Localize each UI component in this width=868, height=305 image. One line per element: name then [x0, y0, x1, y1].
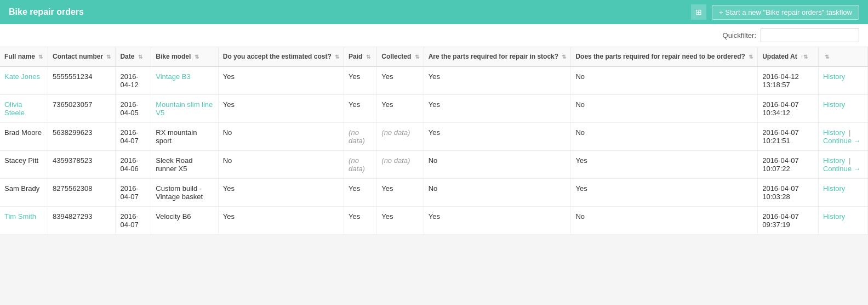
cell-accept-cost: Yes: [218, 66, 344, 95]
history-link[interactable]: History: [823, 72, 845, 81]
cell-updated-at: 2016-04-12 13:18:57: [758, 66, 819, 95]
cell-full-name: Stacey Pitt: [0, 151, 48, 179]
col-paid[interactable]: Paid ⇅: [344, 47, 377, 66]
cell-actions: History: [818, 179, 867, 207]
table-row: Stacey Pitt43593785232016-04-06Sleek Roa…: [0, 151, 868, 179]
toolbar: Quickfilter:: [0, 24, 868, 47]
cell-date: 2016-04-07: [116, 207, 151, 235]
grid-view-button[interactable]: ⊞: [691, 4, 706, 20]
cell-date: 2016-04-12: [116, 66, 151, 95]
cell-updated-at: 2016-04-07 09:37:19: [758, 207, 819, 235]
cell-bike-model: RX mountain sport: [151, 123, 218, 151]
continue-link[interactable]: Continue →: [823, 165, 861, 173]
bike-model-link[interactable]: Mountain slim line V5: [156, 100, 213, 117]
history-link[interactable]: History: [823, 128, 845, 137]
sort-icon-accept-cost: ⇅: [335, 54, 339, 60]
header-actions: ⊞ + Start a new "Bike repair orders" tas…: [691, 4, 859, 20]
cell-parts-ordered: No: [571, 66, 758, 95]
col-bike-model[interactable]: Bike model ⇅: [151, 47, 218, 66]
history-link[interactable]: History: [823, 212, 845, 221]
full-name-link[interactable]: Tim Smith: [4, 212, 36, 221]
cell-accept-cost: Yes: [218, 179, 344, 207]
cell-full-name: Tim Smith: [0, 207, 48, 235]
cell-full-name: Sam Brady: [0, 179, 48, 207]
cell-paid: Yes: [344, 95, 377, 123]
sort-icon-parts-in-stock: ⇅: [562, 54, 566, 60]
cell-bike-model: Custom build - Vintage basket: [151, 179, 218, 207]
sort-icon-bike-model: ⇅: [195, 54, 199, 60]
action-separator: |: [847, 156, 850, 165]
sort-icon-parts-ordered: ⇅: [749, 54, 753, 60]
cell-updated-at: 2016-04-07 10:03:28: [758, 179, 819, 207]
cell-parts-ordered: Yes: [571, 151, 758, 179]
sort-icon-actions: ⇅: [825, 54, 829, 60]
col-full-name[interactable]: Full name ⇅: [0, 47, 48, 66]
sort-icon-collected: ⇅: [415, 54, 419, 60]
data-table: Full name ⇅ Contact number ⇅ Date ⇅ Bike…: [0, 47, 868, 235]
col-parts-ordered[interactable]: Does the parts required for repair need …: [571, 47, 758, 66]
cell-collected: Yes: [377, 66, 424, 95]
cell-collected: Yes: [377, 207, 424, 235]
action-separator: |: [847, 128, 850, 137]
cell-parts-ordered: Yes: [571, 179, 758, 207]
col-updated-at[interactable]: Updated At ↑⇅: [758, 47, 819, 66]
cell-full-name: Kate Jones: [0, 66, 48, 95]
cell-accept-cost: No: [218, 151, 344, 179]
sort-icon-updated-at: ↑⇅: [801, 54, 808, 60]
cell-parts-in-stock: No: [424, 179, 571, 207]
col-collected[interactable]: Collected ⇅: [377, 47, 424, 66]
table-header-row: Full name ⇅ Contact number ⇅ Date ⇅ Bike…: [0, 47, 868, 66]
cell-actions: History: [818, 95, 867, 123]
sort-icon-date: ⇅: [138, 54, 142, 60]
col-actions: ⇅: [818, 47, 867, 66]
cell-full-name: Olivia Steele: [0, 95, 48, 123]
cell-paid: (no data): [344, 123, 377, 151]
data-table-container: Full name ⇅ Contact number ⇅ Date ⇅ Bike…: [0, 47, 868, 235]
quickfilter-input[interactable]: [761, 29, 859, 42]
history-link[interactable]: History: [823, 184, 845, 193]
new-taskflow-button[interactable]: + Start a new "Bike repair orders" taskf…: [712, 5, 859, 20]
cell-updated-at: 2016-04-07 10:34:12: [758, 95, 819, 123]
full-name-link[interactable]: Kate Jones: [4, 72, 40, 81]
cell-accept-cost: Yes: [218, 95, 344, 123]
continue-link[interactable]: Continue →: [823, 137, 861, 145]
table-row: Sam Brady82755623082016-04-07Custom buil…: [0, 179, 868, 207]
sort-icon-paid: ⇅: [366, 54, 370, 60]
col-contact-number[interactable]: Contact number ⇅: [48, 47, 116, 66]
page-title: Bike repair orders: [9, 7, 84, 17]
cell-parts-in-stock: No: [424, 151, 571, 179]
cell-updated-at: 2016-04-07 10:21:51: [758, 123, 819, 151]
cell-contact-number: 8394827293: [48, 207, 116, 235]
table-row: Kate Jones55555512342016-04-12Vintage B3…: [0, 66, 868, 95]
history-link[interactable]: History: [823, 100, 845, 109]
sort-icon-contact-number: ⇅: [106, 54, 111, 60]
table-row: Tim Smith83948272932016-04-07Velocity B6…: [0, 207, 868, 235]
cell-contact-number: 4359378523: [48, 151, 116, 179]
cell-parts-in-stock: Yes: [424, 123, 571, 151]
cell-bike-model: Sleek Road runner X5: [151, 151, 218, 179]
table-row: Brad Moore56382996232016-04-07RX mountai…: [0, 123, 868, 151]
col-date[interactable]: Date ⇅: [116, 47, 151, 66]
cell-contact-number: 5638299623: [48, 123, 116, 151]
cell-parts-in-stock: Yes: [424, 207, 571, 235]
cell-actions: History | Continue →: [818, 151, 867, 179]
bike-model-link[interactable]: Vintage B3: [156, 72, 190, 81]
cell-bike-model: Mountain slim line V5: [151, 95, 218, 123]
col-accept-cost[interactable]: Do you accept the estimated cost? ⇅: [218, 47, 344, 66]
cell-contact-number: 8275562308: [48, 179, 116, 207]
cell-collected: (no data): [377, 123, 424, 151]
cell-parts-in-stock: Yes: [424, 66, 571, 95]
cell-actions: History: [818, 207, 867, 235]
history-link[interactable]: History: [823, 156, 845, 165]
cell-parts-in-stock: Yes: [424, 95, 571, 123]
cell-date: 2016-04-06: [116, 151, 151, 179]
app-header: Bike repair orders ⊞ + Start a new "Bike…: [0, 0, 868, 24]
cell-actions: History: [818, 66, 867, 95]
full-name-link[interactable]: Olivia Steele: [4, 100, 25, 117]
table-row: Olivia Steele73650230572016-04-05Mountai…: [0, 95, 868, 123]
cell-parts-ordered: No: [571, 95, 758, 123]
cell-parts-ordered: No: [571, 207, 758, 235]
col-parts-in-stock[interactable]: Are the parts required for repair in sto…: [424, 47, 571, 66]
cell-paid: Yes: [344, 66, 377, 95]
cell-contact-number: 5555551234: [48, 66, 116, 95]
